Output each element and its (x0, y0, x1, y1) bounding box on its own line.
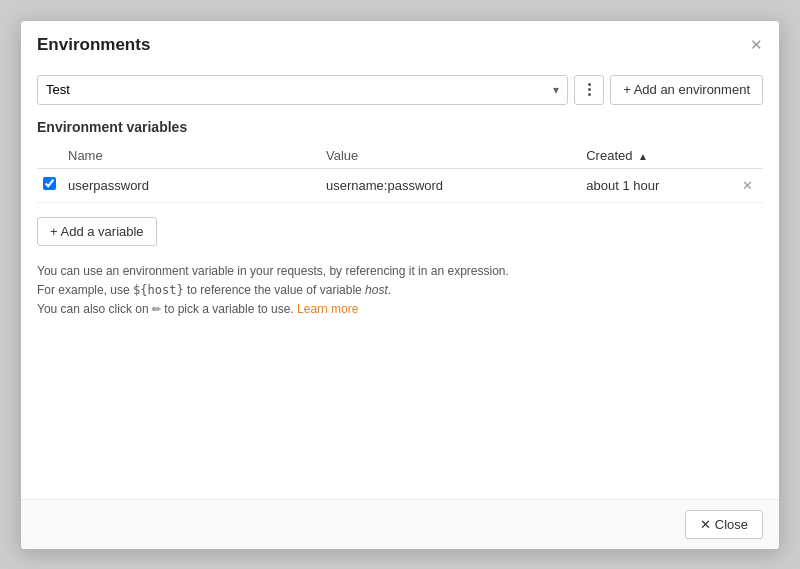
help-line3-prefix: You can also click on (37, 302, 152, 316)
value-column-header: Value (320, 143, 580, 169)
env-selector-row: Test Development Production Staging ▾ + … (37, 75, 763, 105)
help-var: host (365, 283, 388, 297)
checkbox-header (37, 143, 62, 169)
learn-more-link[interactable]: Learn more (297, 302, 358, 316)
help-line2-suffix: to reference the value of variable (184, 283, 365, 297)
created-column-header[interactable]: Created ▲ (580, 143, 720, 169)
name-column-header: Name (62, 143, 320, 169)
pencil-icon: ✏ (152, 303, 161, 315)
dialog-body: Test Development Production Staging ▾ + … (21, 65, 779, 499)
dialog-title: Environments (37, 35, 150, 55)
kebab-dots-icon (588, 83, 591, 96)
help-text: You can use an environment variable in y… (37, 262, 763, 320)
env-select-wrapper: Test Development Production Staging ▾ (37, 75, 568, 105)
section-title: Environment variables (37, 119, 763, 135)
created-label: Created (586, 148, 632, 163)
help-line-1: You can use an environment variable in y… (37, 262, 763, 281)
variable-created: about 1 hour (586, 178, 659, 193)
variables-table: Name Value Created ▲ (37, 143, 763, 203)
dialog-footer: ✕ Close (21, 499, 779, 549)
add-environment-button[interactable]: + Add an environment (610, 75, 763, 105)
close-button[interactable]: ✕ Close (685, 510, 763, 539)
help-line-3: You can also click on ✏ to pick a variab… (37, 300, 763, 319)
help-line3-suffix: to pick a variable to use. (161, 302, 297, 316)
help-line-2: For example, use ${host} to reference th… (37, 281, 763, 300)
variable-value-cell: username:password (320, 168, 580, 202)
environments-dialog: Environments ✕ Test Development Producti… (20, 20, 780, 550)
header-close-button[interactable]: ✕ (750, 37, 763, 52)
row-checkbox-cell (37, 168, 62, 202)
sort-arrow-icon: ▲ (638, 151, 648, 162)
variable-created-cell: about 1 hour (580, 168, 720, 202)
help-code: ${host} (133, 283, 184, 297)
variable-delete-cell: ✕ (720, 168, 763, 202)
add-variable-button[interactable]: + Add a variable (37, 217, 157, 246)
env-variables-section: Environment variables Name Value Created… (37, 119, 763, 489)
delete-variable-button[interactable]: ✕ (738, 176, 757, 195)
table-row: userpassword username:password about 1 h… (37, 168, 763, 202)
help-line2-prefix: For example, use (37, 283, 133, 297)
row-checkbox[interactable] (43, 177, 56, 190)
variable-name: userpassword (68, 178, 149, 193)
action-column-header (720, 143, 763, 169)
variable-name-cell: userpassword (62, 168, 320, 202)
variable-value: username:password (326, 178, 443, 193)
dialog-header: Environments ✕ (21, 21, 779, 65)
kebab-menu-button[interactable] (574, 75, 604, 105)
chevron-down-icon: ▾ (545, 83, 567, 97)
env-select[interactable]: Test Development Production Staging (38, 76, 545, 104)
